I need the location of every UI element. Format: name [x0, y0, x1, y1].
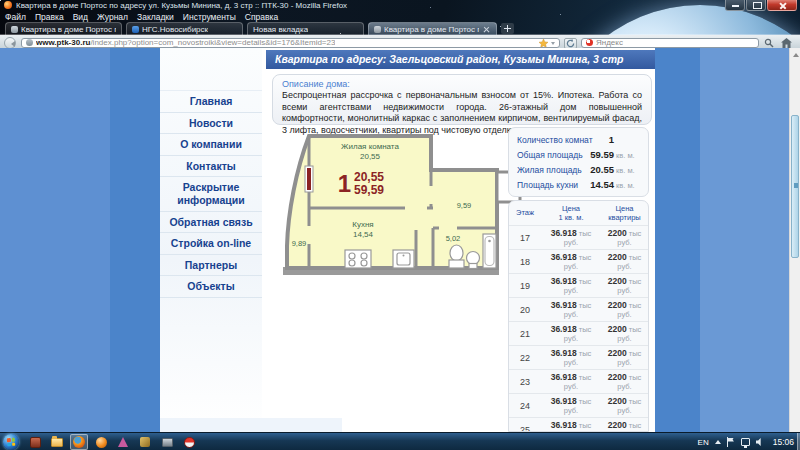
sidebar-item-news[interactable]: Новости: [160, 113, 262, 135]
sidebar-item-feedback[interactable]: Обратная связь: [160, 212, 262, 234]
menu-bar: Файл Правка Вид Журнал Закладки Инструме…: [0, 11, 278, 22]
sidebar-item-objects[interactable]: Объекты: [160, 276, 262, 298]
vertical-scrollbar[interactable]: [789, 48, 800, 432]
info-row-kitchen-area: Площадь кухни 14.54 кв. м.: [517, 179, 640, 194]
sidebar-item-construction[interactable]: Стройка on-line: [160, 233, 262, 255]
site-identity-icon[interactable]: [26, 39, 33, 46]
urlbar-dropdown-icon[interactable]: [551, 42, 555, 47]
yandex-icon: [586, 39, 593, 46]
firefox-icon: [73, 436, 85, 448]
menu-file[interactable]: Файл: [5, 12, 26, 22]
language-indicator[interactable]: EN: [698, 438, 709, 447]
scrollbar-grip: [794, 183, 798, 188]
info-row-total-area: Общая площадь 59.59 кв. м.: [517, 149, 640, 164]
apartment-info-panel: Количество комнат 1 Общая площадь 59.59 …: [508, 127, 649, 197]
url-path: /index.php?option=com_novostroiki&view=d…: [90, 38, 335, 47]
floor-plan-svg: Жилая комната 20,55 9,59 Кухня 14,54 9,8…: [283, 128, 523, 284]
price-table-row: 19 36.918 тысруб. 2200 тысруб.: [509, 273, 648, 297]
sidebar-item-partners[interactable]: Партнеры: [160, 255, 262, 277]
hall-area: 9,59: [457, 201, 472, 210]
title-bar: Квартира в доме Портос по адресу ул. Куз…: [0, 0, 800, 11]
column-price-sqm: Цена 1 кв. м.: [541, 204, 601, 223]
url-bar[interactable]: www.ptk-30.ru/index.php?option=com_novos…: [21, 38, 560, 49]
reload-button[interactable]: [564, 38, 577, 49]
info-row-living-area: Жилая площадь 20.55 кв. м.: [517, 164, 640, 179]
window-title: Квартира в доме Портос по адресу ул. Куз…: [16, 1, 347, 10]
action-center-flag-icon[interactable]: [727, 437, 735, 447]
living-room-label: Жилая комната: [341, 142, 399, 151]
navigation-bar: www.ptk-30.ru/index.php?option=com_novos…: [0, 35, 800, 48]
tab-close-icon[interactable]: [482, 25, 491, 34]
price-table-row: 20 36.918 тысруб. 2200 тысруб.: [509, 297, 648, 321]
tab-apartment-1[interactable]: Квартира в доме Портос по адресу ...: [5, 22, 122, 35]
orange-globe-icon: [96, 437, 107, 448]
maximize-button[interactable]: [746, 0, 766, 11]
taskbar-app-redwhite[interactable]: [180, 434, 198, 450]
menu-help[interactable]: Справка: [245, 12, 278, 22]
menu-edit[interactable]: Правка: [35, 12, 64, 22]
tab-apartment-active[interactable]: Квартира в доме Портос по адресу: [368, 22, 497, 35]
firefox-icon: [4, 1, 12, 9]
living-room-area: 20,55: [360, 152, 381, 161]
taskbar-explorer[interactable]: [48, 434, 66, 450]
info-row-rooms: Количество комнат 1: [517, 134, 640, 149]
minimize-button[interactable]: [725, 0, 745, 11]
close-button[interactable]: [767, 0, 797, 11]
menu-bookmarks[interactable]: Закладки: [137, 12, 174, 22]
folder-icon: [51, 438, 63, 447]
tab-ngs[interactable]: НГС.Новосибирск: [126, 22, 243, 35]
menu-view[interactable]: Вид: [73, 12, 88, 22]
floor-plan: Жилая комната 20,55 9,59 Кухня 14,54 9,8…: [283, 128, 523, 284]
scroll-up-icon[interactable]: [793, 50, 799, 57]
column-price-flat: Цена квартиры: [601, 204, 648, 223]
taskbar-firefox[interactable]: [70, 434, 88, 450]
volume-icon[interactable]: [756, 438, 764, 446]
living-area-big: 20,55: [354, 170, 384, 184]
sidebar-item-about[interactable]: О компании: [160, 134, 262, 156]
windows-logo-icon: [7, 438, 16, 447]
price-table-row: 25 36.918 тысруб. 2200 тысруб.: [509, 417, 648, 432]
search-engine-label: Яндекс: [596, 38, 623, 47]
network-icon[interactable]: [741, 438, 750, 446]
price-table-row: 18 36.918 тысруб. 2200 тысруб.: [509, 249, 648, 273]
taskbar-app-pink[interactable]: [114, 434, 132, 450]
new-tab-button[interactable]: [501, 23, 514, 34]
price-table-row: 22 36.918 тысруб. 2200 тысруб.: [509, 345, 648, 369]
price-table-row: 23 36.918 тысруб. 2200 тысруб.: [509, 369, 648, 393]
total-area-big: 59,59: [354, 183, 384, 197]
taskbar-app-orange[interactable]: [92, 434, 110, 450]
hidden-icons-arrow[interactable]: [715, 437, 721, 444]
page-background-right-band: [655, 48, 700, 432]
taskbar-app-gold[interactable]: [136, 434, 154, 450]
red-app-icon: [30, 437, 41, 448]
search-bar[interactable]: Яндекс: [581, 38, 759, 49]
url-text: www.ptk-30.ru/index.php?option=com_novos…: [36, 38, 335, 47]
taskbar-app-device[interactable]: [158, 434, 176, 450]
bookmark-star-icon[interactable]: [539, 38, 548, 49]
sidebar-item-disclosure[interactable]: Раскрытие информации: [160, 177, 262, 211]
url-host: www.ptk-30.ru: [36, 38, 90, 47]
menu-history[interactable]: Журнал: [97, 12, 128, 22]
search-go-button[interactable]: [762, 38, 775, 48]
start-button[interactable]: [3, 434, 19, 450]
page-title: Квартира по адресу: Заельцовский район, …: [266, 50, 655, 69]
page-favicon: [11, 26, 18, 33]
menu-tools[interactable]: Инструменты: [183, 12, 236, 22]
kitchen-area: 14,54: [353, 230, 374, 239]
page-background-left-band: [110, 48, 160, 432]
web-page: Главная Новости О компании Контакты Раск…: [0, 48, 800, 432]
sidebar-item-contacts[interactable]: Контакты: [160, 156, 262, 178]
sidebar-footer-block: [160, 418, 342, 432]
price-table-row: 21 36.918 тысруб. 2200 тысруб.: [509, 321, 648, 345]
sidebar-menu: Главная Новости О компании Контакты Раск…: [160, 90, 262, 298]
window-sash: [307, 168, 311, 190]
gold-app-icon: [140, 437, 150, 447]
description-box: Описание дома: Беспроцентная рассрочка с…: [272, 74, 652, 125]
sidebar-item-home[interactable]: Главная: [160, 90, 262, 113]
tab-new[interactable]: Новая вкладка: [247, 22, 364, 35]
back-button[interactable]: [4, 37, 16, 49]
home-button[interactable]: [779, 38, 793, 48]
taskbar-app-red[interactable]: [26, 434, 44, 450]
clock[interactable]: 15:06: [773, 437, 794, 447]
column-floor: Этаж: [509, 208, 541, 217]
